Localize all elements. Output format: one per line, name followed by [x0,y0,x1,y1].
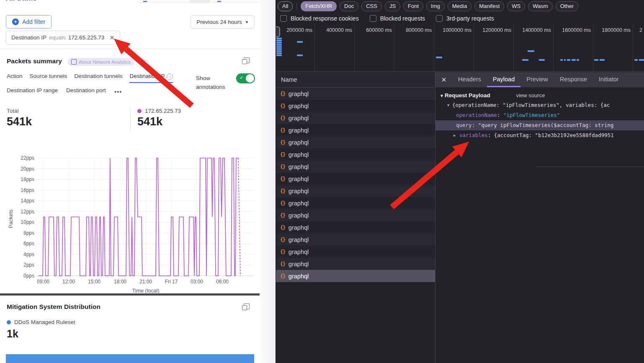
filter-pill-all[interactable]: All [278,1,293,11]
checkbox-box[interactable] [370,15,376,22]
mitigation-legend-label: DDoS Managed Ruleset [14,319,75,325]
tab-destination-ip[interactable]: Destination IPi [129,73,173,83]
tab-action[interactable]: Action [7,73,23,82]
filter-pill-font[interactable]: Font [403,1,423,11]
filter-pill-media[interactable]: Media [448,1,471,11]
json-request-icon: {} [280,200,285,206]
time-range-dropdown[interactable]: Previous 24 hours ▼ [191,16,255,29]
screenshot-artifact-line [536,166,644,167]
request-timing-mark [276,46,282,48]
name-column-header[interactable]: Name [276,72,435,88]
svg-text:Packets: Packets [8,210,14,228]
request-timing-mark [564,59,566,61]
json-request-icon: {} [280,213,285,218]
tab-source-tunnels[interactable]: Source tunnels [30,73,67,82]
network-overview-timeline[interactable]: 200000 ms400000 ms600000 ms800000 ms1000… [276,24,644,72]
caret-right-icon[interactable]: ▶ [453,130,456,140]
request-row[interactable]: {}graphql [276,233,435,246]
request-name: graphql [289,212,309,219]
payload-token: operationName [456,112,497,118]
check-icon: ✓ [240,75,243,80]
checkbox-blocked-response-cookies[interactable]: Blocked response cookies [280,15,359,22]
detail-tab-preview[interactable]: Preview [520,72,554,87]
tab-destination-tunnels[interactable]: Destination tunnels [75,73,123,82]
svg-text:22pps: 22pps [21,155,34,161]
payload-line[interactable]: query: "query ipFlowTimeseries($accountT… [435,120,644,130]
request-row[interactable]: {}graphql [276,185,435,197]
panel-gutter [260,0,276,363]
mitigation-bar [6,354,254,363]
request-row[interactable]: {}graphql [276,148,435,161]
more-tabs-icon[interactable]: ••• [114,88,122,95]
request-row[interactable]: {}graphql [276,161,435,173]
json-request-icon: {} [280,103,285,109]
filter-pill-fetch-xhr[interactable]: Fetch/XHR [301,1,337,11]
request-timing-mark [297,54,303,56]
packets-timeseries-chart: 0pps2pps4pps6pps8pps10pps12pps14pps16pps… [0,152,260,296]
show-annotations-label: Show annotations [196,74,234,91]
filter-pill-css[interactable]: CSS [361,1,382,11]
detail-tab-response[interactable]: Response [554,72,593,87]
svg-text:4pps: 4pps [23,252,34,257]
filter-pill-ws[interactable]: WS [507,1,525,11]
timeline-column: 1400000 ms [513,24,554,71]
filter-pill-doc[interactable]: Doc [340,1,358,11]
filter-pill-js[interactable]: JS [385,1,400,11]
detail-tab-payload[interactable]: Payload [487,72,520,87]
request-row[interactable]: {}graphql [276,209,435,221]
caret-down-icon[interactable]: ▼ [447,100,449,110]
checkbox-label: Blocked response cookies [291,15,359,22]
request-detail-panel: ✕ HeadersPayloadPreviewResponseInitiator… [435,72,644,363]
timeline-column: 200000 ms [276,24,315,71]
detail-tab-initiator[interactable]: Initiator [593,72,625,87]
expand-panel-icon[interactable] [244,303,250,309]
request-row[interactable]: {}graphql [276,88,435,100]
about-network-analytics-badge[interactable]: About Network Analytics [67,58,134,66]
timeline-column: 1000000 ms [434,24,474,71]
request-row[interactable]: {}graphql [276,173,435,185]
svg-text:12:00: 12:00 [62,279,75,285]
request-row[interactable]: {}graphql [276,258,435,270]
request-row[interactable]: {}graphql [276,112,435,124]
request-row[interactable]: {}graphql [276,270,435,282]
json-request-icon: {} [280,188,285,194]
request-name: graphql [289,188,309,194]
tab-destination-ip-range[interactable]: Destination IP range [7,87,58,96]
request-row[interactable]: {}graphql [276,221,435,233]
request-row[interactable]: {}graphql [276,246,435,258]
remove-filter-icon[interactable]: ✕ [109,34,115,41]
checkbox-3rd-party-requests[interactable]: 3rd-party requests [436,15,494,22]
view-source-link[interactable]: view source [516,92,545,99]
filter-pill-wasm[interactable]: Wasm [528,1,552,11]
tab-destination-port[interactable]: Destination port [66,87,106,96]
time-range-label: Previous 24 hours [196,19,242,25]
json-request-icon: {} [280,152,285,158]
filter-pill-img[interactable]: Img [426,1,445,11]
request-row[interactable]: {}graphql [276,197,435,209]
checkbox-blocked-requests[interactable]: Blocked requests [370,15,425,22]
payload-line[interactable]: operationName: "ipFlowTimeseries" [435,110,644,120]
packets-summary-tabs-row2: Destination IP rangeDestination port••• [7,87,122,96]
show-annotations-toggle[interactable]: ✓ [236,73,255,83]
request-row[interactable]: {}graphql [276,136,435,148]
filter-pill-other[interactable]: Other [556,1,579,11]
checkbox-box[interactable] [280,15,287,22]
payload-line[interactable]: ▼{operationName: "ipFlowTimeseries", var… [435,100,644,110]
checkbox-box[interactable] [436,15,443,22]
plus-icon: + [12,18,19,25]
filter-chip[interactable]: Destination IP equals 172.65.225.73 ✕ [6,31,120,44]
request-payload-header: ▼ Request Payload view source [440,92,644,99]
caret-down-icon[interactable]: ▼ [440,93,444,98]
payload-line[interactable]: ▶variables: {accountTag: "b12e3b2192ee55… [435,130,644,140]
add-filter-button[interactable]: + Add filter [6,15,52,29]
payload-tree: ▼{operationName: "ipFlowTimeseries", var… [435,100,644,140]
request-row[interactable]: {}graphql [276,124,435,136]
close-icon[interactable]: ✕ [435,76,452,84]
filter-pill-manifest[interactable]: Manifest [474,1,504,11]
request-timing-mark [528,50,534,52]
expand-panel-icon[interactable] [244,57,250,63]
detail-tab-headers[interactable]: Headers [452,72,487,87]
request-row[interactable]: {}graphql [276,100,435,112]
request-timing-mark [594,59,598,61]
json-request-icon: {} [280,249,285,255]
